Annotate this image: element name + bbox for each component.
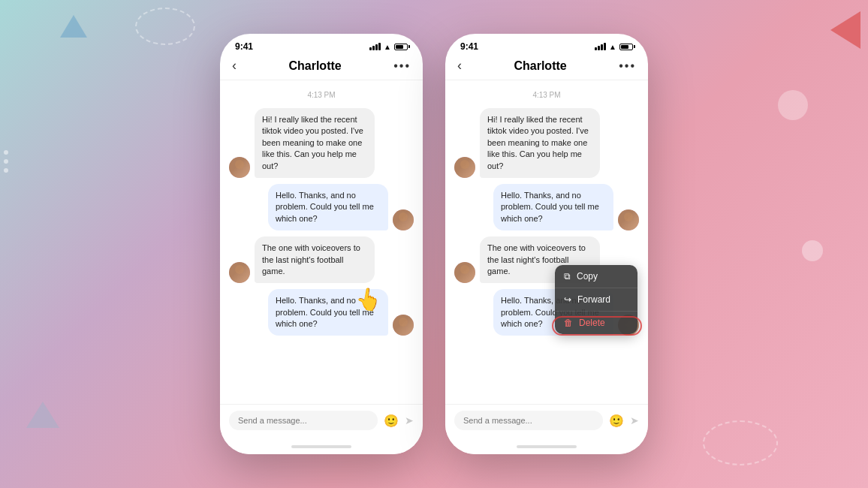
deco-curve-br — [703, 420, 778, 465]
wifi-icon-right: ▲ — [609, 43, 616, 51]
signal-bar-1 — [369, 47, 372, 50]
delete-icon: 🗑 — [564, 318, 573, 328]
message-input-right[interactable] — [454, 411, 603, 430]
battery-fill-right — [621, 45, 628, 49]
deco-circle-tr — [778, 90, 808, 120]
avatar-img-right-3 — [454, 262, 475, 283]
signal-bar-r1 — [595, 47, 597, 50]
status-time-right: 9:41 — [460, 41, 478, 52]
avatar-right-3 — [454, 262, 475, 283]
wifi-icon-left: ▲ — [384, 43, 391, 51]
message-input-left[interactable] — [229, 411, 378, 430]
deco-circle-mr — [802, 240, 823, 261]
home-bar-left — [291, 445, 351, 448]
more-button-left[interactable]: ••• — [393, 59, 411, 73]
deco-dots — [4, 150, 8, 173]
timestamp-right: 4:13 PM — [454, 91, 639, 99]
deco-triangle-tl — [60, 15, 87, 38]
signal-bar-4 — [378, 43, 381, 50]
home-indicator-left — [220, 439, 423, 454]
avatar-left-3 — [229, 262, 250, 283]
chat-area-left: 4:13 PM Hi! I really liked the recent ti… — [220, 80, 423, 404]
deco-triangle-bl — [26, 402, 59, 428]
send-icon-left[interactable]: ➤ — [405, 414, 414, 426]
chat-area-right: 4:13 PM Hi! I really liked the recent ti… — [445, 80, 648, 404]
home-indicator-right — [445, 439, 648, 454]
more-button-right[interactable]: ••• — [619, 59, 636, 73]
avatar-right-2 — [618, 209, 639, 230]
emoji-icon-left[interactable]: 🙂 — [384, 414, 399, 428]
timestamp-left: 4:13 PM — [229, 91, 414, 99]
send-icon-right[interactable]: ➤ — [630, 414, 639, 426]
message-row-left-2: Hello. Thanks, and no problem. Could you… — [229, 184, 414, 230]
message-row-left-1: Hi! I really liked the recent tiktok vid… — [229, 108, 414, 178]
deco-arrow-tr — [830, 11, 860, 49]
message-row-left-4: Hello. Thanks, and no problem. Could you… — [229, 289, 414, 336]
signal-bar-2 — [372, 46, 375, 50]
status-icons-right: ▲ — [595, 43, 633, 51]
status-icons-left: ▲ — [369, 43, 408, 51]
message-row-right-2: Hello. Thanks, and no problem. Could you… — [454, 184, 639, 230]
deco-curve-tl — [135, 8, 195, 45]
signal-bars-left — [369, 43, 381, 50]
bubble-right-1: Hi! I really liked the recent tiktok vid… — [480, 108, 600, 178]
back-button-right[interactable]: ‹ — [457, 58, 462, 74]
status-bar-left: 9:41 ▲ — [220, 34, 423, 55]
bubble-left-2: Hello. Thanks, and no problem. Could you… — [268, 184, 388, 230]
status-time-left: 9:41 — [235, 41, 253, 52]
avatar-left-2 — [393, 209, 414, 230]
context-copy[interactable]: ⧉ Copy — [555, 265, 637, 288]
avatar-left-1 — [229, 157, 250, 178]
delete-label: Delete — [579, 318, 605, 328]
forward-label: Forward — [577, 294, 610, 305]
forward-icon: ↪ — [564, 294, 571, 305]
phone-left: 9:41 ▲ ‹ Charlotte ••• 4:13 PM — [220, 34, 423, 454]
input-bar-right: 🙂 ➤ — [445, 404, 648, 439]
hand-cursor: 👆 — [353, 285, 383, 314]
avatar-img-left-4 — [393, 315, 414, 336]
emoji-icon-right[interactable]: 🙂 — [609, 414, 624, 428]
signal-bar-r3 — [601, 44, 603, 50]
avatar-left-4 — [393, 315, 414, 336]
signal-bar-3 — [375, 44, 378, 50]
message-row-left-3: The one with voiceovers to the last nigh… — [229, 236, 414, 283]
bubble-right-2: Hello. Thanks, and no problem. Could you… — [493, 184, 613, 230]
nav-title-left: Charlotte — [288, 59, 341, 73]
nav-bar-right: ‹ Charlotte ••• — [445, 55, 648, 80]
status-bar-right: 9:41 ▲ — [445, 34, 648, 55]
signal-bar-r2 — [598, 46, 600, 50]
phones-container: 9:41 ▲ ‹ Charlotte ••• 4:13 PM — [220, 34, 648, 454]
avatar-img-left-3 — [229, 262, 250, 283]
avatar-right-1 — [454, 157, 475, 178]
copy-label: Copy — [577, 271, 598, 282]
back-button-left[interactable]: ‹ — [232, 58, 237, 74]
battery-fill-left — [396, 45, 403, 49]
avatar-img-right-2 — [618, 209, 639, 230]
message-row-right-1: Hi! I really liked the recent tiktok vid… — [454, 108, 639, 178]
avatar-img-left-2 — [393, 209, 414, 230]
context-forward[interactable]: ↪ Forward — [555, 288, 637, 312]
signal-bars-right — [595, 43, 606, 50]
home-bar-right — [517, 445, 577, 448]
copy-icon: ⧉ — [564, 271, 571, 282]
input-bar-left: 🙂 ➤ — [220, 404, 423, 439]
battery-right — [619, 44, 633, 50]
nav-bar-left: ‹ Charlotte ••• — [220, 55, 423, 80]
context-menu: ⧉ Copy ↪ Forward 🗑 Delete — [555, 265, 637, 334]
avatar-img-left-1 — [229, 157, 250, 178]
phone-right: 9:41 ▲ ‹ Charlotte ••• 4:13 PM — [445, 34, 648, 454]
avatar-img-right-1 — [454, 157, 475, 178]
nav-title-right: Charlotte — [514, 59, 566, 73]
signal-bar-r4 — [604, 43, 606, 50]
bubble-left-3: The one with voiceovers to the last nigh… — [255, 236, 375, 283]
bubble-left-1: Hi! I really liked the recent tiktok vid… — [255, 108, 375, 178]
context-delete[interactable]: 🗑 Delete — [555, 312, 637, 334]
battery-left — [394, 44, 408, 50]
